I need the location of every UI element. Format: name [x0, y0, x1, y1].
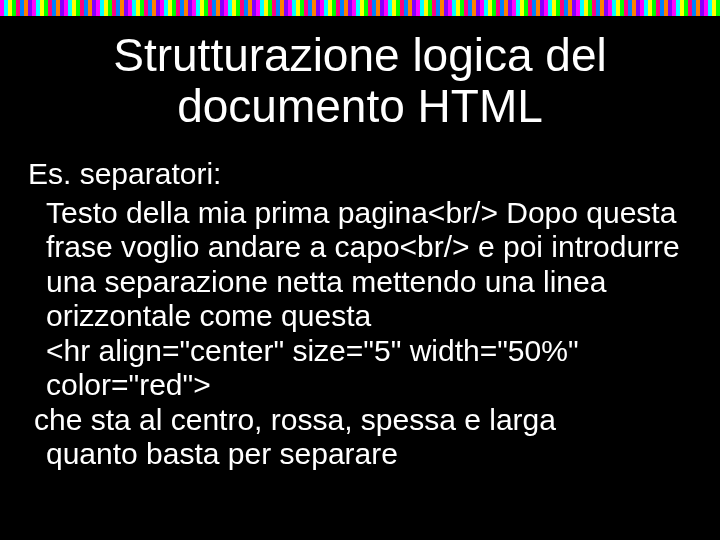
- slide-body: Es. separatori: Testo della mia prima pa…: [0, 151, 720, 472]
- intro-line: Es. separatori:: [28, 157, 692, 192]
- closing-line-2: quanto basta per separare: [28, 437, 692, 472]
- decorative-noise-strip: [0, 0, 720, 16]
- closing-line-1: che sta al centro, rossa, spessa e larga: [28, 403, 692, 438]
- code-line: <hr align="center" size="5" width="50%" …: [28, 334, 692, 403]
- slide-title: Strutturazione logica del documento HTML: [0, 16, 720, 151]
- paragraph-1: Testo della mia prima pagina<br/> Dopo q…: [28, 196, 692, 334]
